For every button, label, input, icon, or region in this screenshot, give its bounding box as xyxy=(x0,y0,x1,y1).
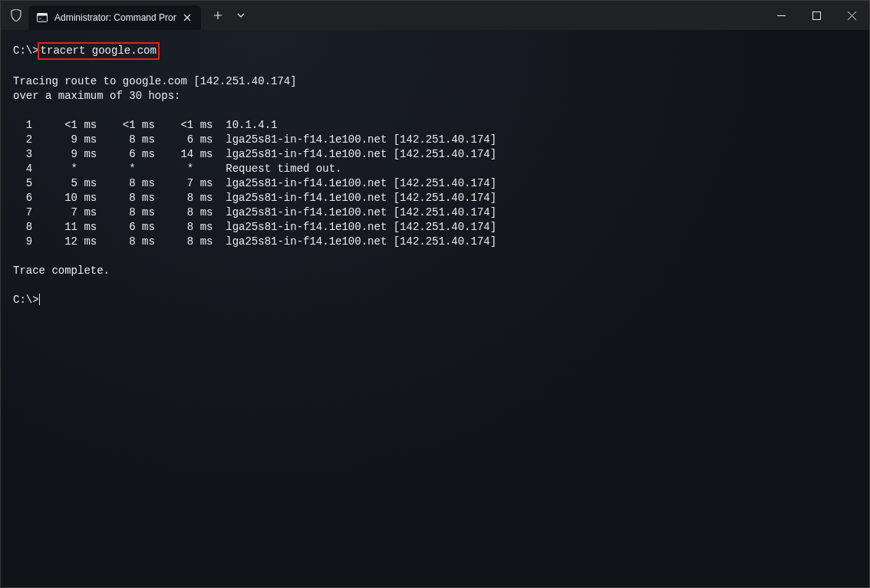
terminal-area[interactable]: C:\>tracert google.com Tracing route to … xyxy=(1,30,869,587)
tab-dropdown-button[interactable] xyxy=(230,5,252,26)
command-highlight: tracert google.com xyxy=(38,42,160,60)
hops-list: 1 <1 ms <1 ms <1 ms 10.1.4.1 2 9 ms 8 ms… xyxy=(13,118,857,249)
cursor xyxy=(39,294,40,305)
trace-header-1: Tracing route to google.com [142.251.40.… xyxy=(13,75,297,87)
svg-rect-3 xyxy=(777,15,786,16)
prompt: C:\> xyxy=(13,294,39,306)
svg-text:>_: >_ xyxy=(39,16,44,21)
active-tab[interactable]: >_ Administrator: Command Pror xyxy=(28,5,201,30)
titlebar: >_ Administrator: Command Pror xyxy=(1,1,869,30)
minimize-button[interactable] xyxy=(763,1,799,30)
shield-icon xyxy=(10,9,22,21)
prompt: C:\> xyxy=(13,44,39,57)
tab-close-button[interactable] xyxy=(181,11,193,24)
trace-complete: Trace complete. xyxy=(13,264,110,277)
new-tab-button[interactable] xyxy=(207,5,229,26)
close-button[interactable] xyxy=(834,1,869,30)
trace-header-2: over a maximum of 30 hops: xyxy=(13,90,180,102)
titlebar-left: >_ Administrator: Command Pror xyxy=(1,1,252,30)
window-controls xyxy=(763,1,869,30)
tab-title: Administrator: Command Pror xyxy=(54,12,176,23)
svg-rect-4 xyxy=(812,11,820,19)
terminal-icon: >_ xyxy=(36,11,48,24)
command-text: tracert google.com xyxy=(41,44,157,57)
maximize-button[interactable] xyxy=(799,1,834,30)
